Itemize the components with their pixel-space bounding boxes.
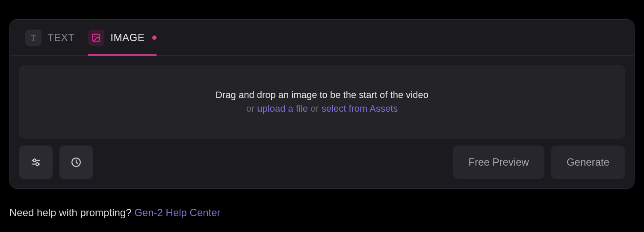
help-text: Need help with prompting? Gen-2 Help Cen… [9,207,635,219]
upload-file-link[interactable]: upload a file [257,103,308,114]
tab-text-label: TEXT [47,32,74,44]
dropzone-or1: or [246,103,257,114]
text-icon [29,33,38,42]
input-tabs: TEXT IMAGE [10,20,634,56]
image-dropzone[interactable]: Drag and drop an image to be the start o… [19,65,625,139]
tab-text[interactable]: TEXT [25,20,74,55]
tab-image[interactable]: IMAGE [88,20,157,55]
sliders-icon [30,157,41,168]
dropzone-instruction: Drag and drop an image to be the start o… [216,89,428,101]
free-preview-button[interactable]: Free Preview [453,146,544,179]
input-panel: TEXT IMAGE Drag and drop an image to be … [9,19,635,189]
duration-button[interactable] [59,146,93,179]
image-icon [92,33,101,42]
help-prefix: Need help with prompting? [9,207,134,218]
svg-point-5 [36,163,39,166]
clock-icon [71,157,82,168]
image-icon-wrapper [88,30,104,46]
generate-label: Generate [567,156,609,168]
text-icon-wrapper [25,30,41,46]
dropzone-or2: or [308,103,322,114]
settings-button[interactable] [19,146,53,179]
tab-image-label: IMAGE [110,32,145,44]
help-center-link[interactable]: Gen-2 Help Center [134,207,220,218]
svg-point-1 [95,36,96,37]
svg-point-3 [33,159,36,162]
select-from-assets-link[interactable]: select from Assets [322,103,398,114]
generate-button[interactable]: Generate [551,146,625,179]
control-bar: Free Preview Generate [19,146,625,179]
free-preview-label: Free Preview [469,156,529,168]
tab-indicator-dot [152,36,157,40]
tab-content: Drag and drop an image to be the start o… [10,56,634,188]
dropzone-alternatives: or upload a file or select from Assets [246,103,398,114]
